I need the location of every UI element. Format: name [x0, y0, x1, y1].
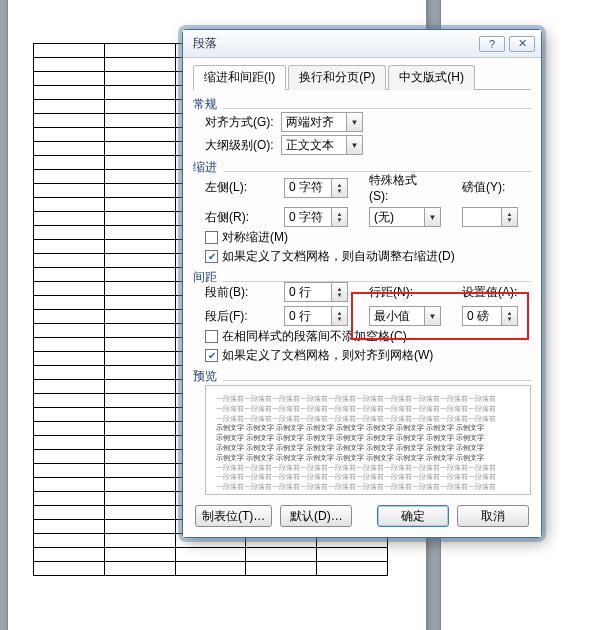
line-spacing-label: 行距(N): [369, 284, 427, 301]
tab-strip: 缩进和间距(I) 换行和分页(P) 中文版式(H) [193, 64, 531, 90]
space-before-label: 段前(B): [205, 284, 263, 301]
snap-to-grid-checkbox[interactable]: ✔ [205, 349, 218, 362]
spinner-arrows-icon: ▲▼ [331, 208, 347, 226]
no-space-same-style-label: 在相同样式的段落间不添加空格(C) [222, 328, 407, 345]
special-format-label: 特殊格式(S): [369, 172, 427, 203]
auto-adjust-indent-label: 如果定义了文档网格，则自动调整右缩进(D) [222, 248, 455, 265]
cancel-button[interactable]: 取消 [457, 505, 529, 527]
dialog-title: 段落 [193, 35, 217, 52]
chevron-down-icon: ▼ [346, 113, 362, 131]
dialog-titlebar: 段落 ? ✕ [183, 30, 541, 58]
indent-right-label: 右侧(R): [205, 209, 263, 226]
set-default-button[interactable]: 默认(D)… [280, 505, 352, 527]
help-button[interactable]: ? [479, 36, 505, 52]
section-general: 常规 [193, 96, 531, 113]
spinner-arrows-icon: ▲▼ [501, 208, 517, 226]
indent-right-spinner[interactable]: 0 字符 ▲▼ [284, 207, 348, 227]
tab-line-page-breaks[interactable]: 换行和分页(P) [288, 65, 386, 90]
indent-left-spinner[interactable]: 0 字符 ▲▼ [284, 178, 348, 198]
tab-indent-spacing[interactable]: 缩进和间距(I) [193, 65, 286, 90]
line-spacing-combo[interactable]: 最小值 ▼ [369, 306, 441, 326]
spacing-at-spinner[interactable]: 0 磅 ▲▼ [462, 306, 518, 326]
section-indent: 缩进 [193, 159, 531, 176]
snap-to-grid-label: 如果定义了文档网格，则对齐到网格(W) [222, 347, 433, 364]
spinner-arrows-icon: ▲▼ [501, 307, 517, 325]
ok-button[interactable]: 确定 [377, 505, 449, 527]
space-after-label: 段后(F): [205, 308, 263, 325]
dialog-body: 缩进和间距(I) 换行和分页(P) 中文版式(H) 常规 对齐方式(G): 两端… [183, 58, 541, 537]
section-preview: 预览 [193, 368, 531, 385]
mirror-indent-checkbox[interactable] [205, 231, 218, 244]
indent-left-label: 左侧(L): [205, 179, 263, 196]
mirror-indent-label: 对称缩进(M) [222, 229, 288, 246]
spinner-arrows-icon: ▲▼ [331, 283, 347, 301]
tab-asian-typography[interactable]: 中文版式(H) [388, 65, 475, 90]
spacing-at-label: 设置值(A): [462, 284, 520, 301]
tabs-button[interactable]: 制表位(T)… [195, 505, 272, 527]
preview-box: 一段落前一段落前一段落前一段落前一段落前一段落前一段落前一段落前一段落前一段落前… [205, 385, 531, 495]
indent-by-spinner[interactable]: ▲▼ [462, 207, 518, 227]
outline-level-label: 大纲级别(O): [205, 137, 275, 154]
chevron-down-icon: ▼ [424, 208, 440, 226]
alignment-combo[interactable]: 两端对齐 ▼ [281, 112, 363, 132]
outline-level-combo[interactable]: 正文文本 ▼ [281, 135, 363, 155]
no-space-same-style-checkbox[interactable] [205, 330, 218, 343]
close-button[interactable]: ✕ [509, 36, 535, 52]
alignment-label: 对齐方式(G): [205, 114, 275, 131]
chevron-down-icon: ▼ [424, 307, 440, 325]
space-after-spinner[interactable]: 0 行 ▲▼ [284, 306, 348, 326]
spinner-arrows-icon: ▲▼ [331, 307, 347, 325]
spinner-arrows-icon: ▲▼ [331, 179, 347, 197]
auto-adjust-indent-checkbox[interactable]: ✔ [205, 250, 218, 263]
indent-by-label: 磅值(Y): [462, 179, 520, 196]
special-format-combo[interactable]: (无) ▼ [369, 207, 441, 227]
paragraph-dialog: 段落 ? ✕ 缩进和间距(I) 换行和分页(P) 中文版式(H) 常规 对齐方式… [182, 29, 542, 538]
chevron-down-icon: ▼ [346, 136, 362, 154]
space-before-spinner[interactable]: 0 行 ▲▼ [284, 282, 348, 302]
